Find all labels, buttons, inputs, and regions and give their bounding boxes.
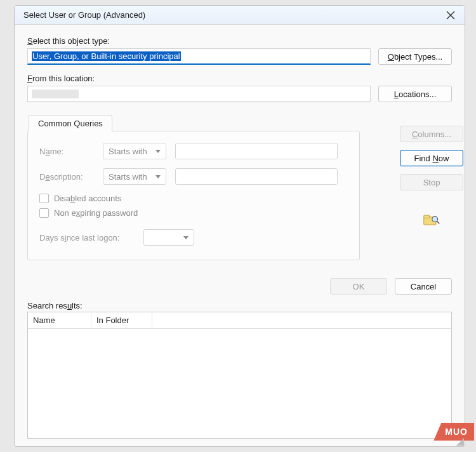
description-input[interactable]	[175, 168, 338, 185]
tab-common-queries[interactable]: Common Queries	[29, 115, 112, 131]
name-match-select[interactable]: Starts with	[103, 143, 166, 159]
dialog-window: Select User or Group (Advanced) Select t…	[14, 5, 465, 447]
titlebar[interactable]: Select User or Group (Advanced)	[15, 6, 465, 25]
close-button[interactable]	[442, 6, 459, 24]
cancel-button[interactable]: Cancel	[395, 278, 452, 295]
chevron-down-icon	[155, 150, 161, 153]
object-type-value: User, Group, or Built-in security princi…	[32, 51, 181, 61]
grid-header: Name In Folder	[28, 312, 451, 329]
name-label: Name:	[39, 147, 94, 156]
locations-button[interactable]: Locations...	[378, 86, 452, 102]
days-since-label: Days since last logon:	[39, 233, 135, 243]
columns-button[interactable]: Columns...	[400, 126, 463, 142]
common-queries-panel: Name: Starts with Description: Starts wi…	[27, 131, 360, 260]
chevron-down-icon	[183, 236, 188, 239]
location-field[interactable]	[27, 86, 371, 102]
location-label: From this location:	[27, 74, 452, 83]
search-results-label: Search results:	[27, 301, 452, 310]
column-spacer	[152, 312, 451, 328]
object-type-label: Select this object type:	[27, 36, 452, 46]
svg-rect-3	[424, 215, 430, 218]
column-in-folder[interactable]: In Folder	[91, 312, 152, 328]
stop-button[interactable]: Stop	[400, 174, 463, 190]
common-queries-tabbox: Common Queries Name: Starts with Descrip…	[27, 115, 452, 260]
checkbox-icon	[39, 208, 49, 218]
disabled-accounts-checkbox[interactable]: Disabled accounts	[39, 194, 348, 203]
folder-search-icon	[423, 213, 440, 227]
object-type-field[interactable]: User, Group, or Built-in security princi…	[27, 48, 371, 65]
days-since-select[interactable]	[143, 229, 194, 246]
column-name[interactable]: Name	[28, 312, 91, 328]
name-input[interactable]	[175, 143, 338, 159]
location-value-redacted	[32, 90, 79, 98]
checkbox-icon	[39, 194, 49, 203]
desc-match-select[interactable]: Starts with	[103, 168, 166, 185]
object-types-button[interactable]: Object Types...	[378, 48, 452, 65]
side-actions: Columns... Find Now Stop	[400, 126, 463, 227]
footer-buttons: OK Cancel	[27, 278, 452, 295]
svg-line-5	[437, 222, 440, 224]
svg-point-4	[432, 216, 438, 222]
search-results-grid[interactable]: Name In Folder	[27, 312, 452, 439]
close-icon	[446, 11, 455, 20]
dialog-body: Select this object type: User, Group, or…	[15, 25, 465, 446]
ok-button[interactable]: OK	[330, 278, 387, 295]
description-label: Description:	[39, 172, 94, 182]
window-title: Select User or Group (Advanced)	[23, 10, 145, 20]
resize-grip-icon[interactable]	[455, 437, 464, 446]
find-now-button[interactable]: Find Now	[400, 150, 463, 166]
chevron-down-icon	[155, 175, 161, 178]
non-expiring-checkbox[interactable]: Non expiring password	[39, 208, 348, 218]
